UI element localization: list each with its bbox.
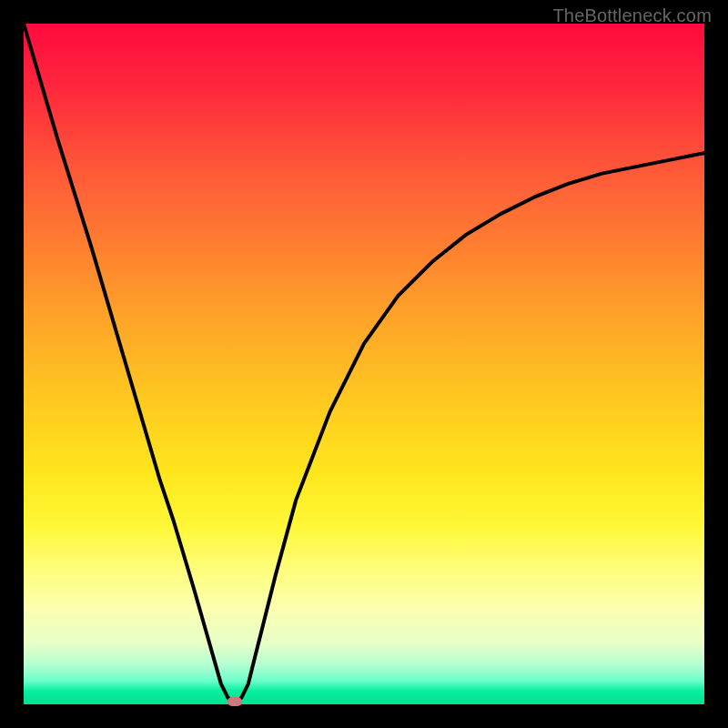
optimum-marker (228, 697, 242, 706)
bottleneck-curve-path (24, 24, 704, 704)
bottleneck-curve-svg (24, 24, 704, 704)
